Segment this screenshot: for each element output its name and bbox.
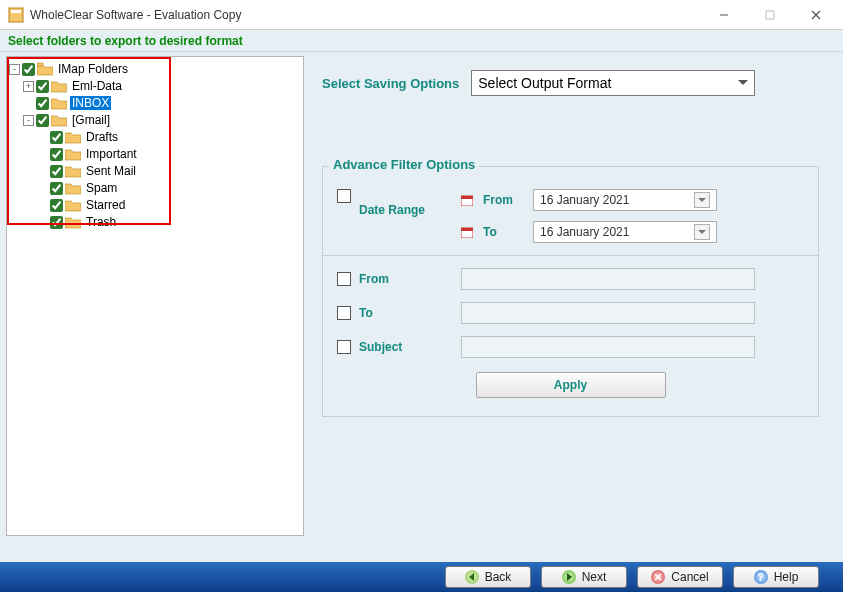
calendar-icon bbox=[461, 226, 473, 238]
from-input[interactable] bbox=[461, 268, 755, 290]
minimize-button[interactable] bbox=[701, 0, 747, 30]
date-range-label: Date Range bbox=[359, 189, 451, 217]
node-checkbox[interactable] bbox=[50, 165, 63, 178]
subheader: Select folders to export to desired form… bbox=[0, 30, 843, 52]
folder-icon bbox=[65, 181, 81, 195]
folder-tree[interactable]: - IMap Folders + Eml-Data INBOX - bbox=[7, 57, 303, 235]
tree-spacer bbox=[37, 200, 48, 211]
svg-rect-1 bbox=[11, 10, 21, 13]
tree-label: Trash bbox=[84, 215, 118, 229]
tree-node[interactable]: INBOX bbox=[9, 95, 301, 111]
tree-spacer bbox=[37, 183, 48, 194]
cancel-icon bbox=[651, 570, 665, 584]
tree-label: Eml-Data bbox=[70, 79, 124, 93]
node-checkbox[interactable] bbox=[50, 199, 63, 212]
folder-icon bbox=[65, 130, 81, 144]
folder-icon bbox=[65, 147, 81, 161]
divider bbox=[323, 255, 818, 256]
back-icon bbox=[465, 570, 479, 584]
tree-spacer bbox=[23, 98, 34, 109]
node-checkbox[interactable] bbox=[36, 80, 49, 93]
tree-label: Sent Mail bbox=[84, 164, 138, 178]
from-date-row: From 16 January 2021 bbox=[461, 189, 717, 211]
apply-button[interactable]: Apply bbox=[476, 372, 666, 398]
date-range-column: From 16 January 2021 To 16 January 2021 bbox=[461, 189, 717, 243]
folder-icon bbox=[51, 96, 67, 110]
tree-node[interactable]: Important bbox=[9, 146, 301, 162]
cancel-button[interactable]: Cancel bbox=[637, 566, 723, 588]
wizard-bottom-bar: Back Next Cancel ? Help bbox=[0, 562, 843, 592]
output-format-combo[interactable]: Select Output Format bbox=[471, 70, 755, 96]
subject-label: Subject bbox=[359, 340, 451, 354]
tree-node[interactable]: Spam bbox=[9, 180, 301, 196]
tree-label: Starred bbox=[84, 198, 127, 212]
from-date-label: From bbox=[483, 193, 523, 207]
combo-value: Select Output Format bbox=[478, 75, 611, 91]
back-button[interactable]: Back bbox=[445, 566, 531, 588]
tree-node[interactable]: Drafts bbox=[9, 129, 301, 145]
folder-icon bbox=[65, 215, 81, 229]
node-checkbox[interactable] bbox=[50, 182, 63, 195]
root-checkbox[interactable] bbox=[22, 63, 35, 76]
cancel-label: Cancel bbox=[671, 570, 708, 584]
node-checkbox[interactable] bbox=[50, 216, 63, 229]
tree-node[interactable]: Starred bbox=[9, 197, 301, 213]
tree-node[interactable]: - [Gmail] bbox=[9, 112, 301, 128]
tree-label-selected: INBOX bbox=[70, 96, 111, 110]
node-checkbox[interactable] bbox=[36, 114, 49, 127]
svg-rect-10 bbox=[461, 228, 473, 231]
help-icon: ? bbox=[754, 570, 768, 584]
subject-input[interactable] bbox=[461, 336, 755, 358]
advance-filter-group: Advance Filter Options Date Range From 1… bbox=[322, 166, 819, 417]
group-title: Advance Filter Options bbox=[329, 157, 479, 172]
saving-row: Select Saving Options Select Output Form… bbox=[322, 70, 819, 96]
maximize-button[interactable] bbox=[747, 0, 793, 30]
to-date-label: To bbox=[483, 225, 523, 239]
svg-rect-6 bbox=[37, 63, 43, 66]
svg-rect-8 bbox=[461, 196, 473, 199]
close-button[interactable] bbox=[793, 0, 839, 30]
folder-icon bbox=[65, 164, 81, 178]
to-date-picker[interactable]: 16 January 2021 bbox=[533, 221, 717, 243]
tree-node[interactable]: Trash bbox=[9, 214, 301, 230]
node-checkbox[interactable] bbox=[36, 97, 49, 110]
folder-icon bbox=[65, 198, 81, 212]
chevron-down-icon bbox=[738, 80, 748, 86]
main-area: - IMap Folders + Eml-Data INBOX - bbox=[0, 52, 843, 562]
window-title: WholeClear Software - Evaluation Copy bbox=[30, 8, 701, 22]
help-button[interactable]: ? Help bbox=[733, 566, 819, 588]
tree-node[interactable]: Sent Mail bbox=[9, 163, 301, 179]
saving-options-label: Select Saving Options bbox=[322, 76, 459, 91]
tree-spacer bbox=[37, 166, 48, 177]
svg-rect-3 bbox=[766, 11, 774, 19]
node-checkbox[interactable] bbox=[50, 148, 63, 161]
tree-label: Spam bbox=[84, 181, 119, 195]
folder-icon bbox=[37, 62, 53, 76]
tree-spacer bbox=[37, 149, 48, 160]
titlebar: WholeClear Software - Evaluation Copy bbox=[0, 0, 843, 30]
to-input[interactable] bbox=[461, 302, 755, 324]
expand-icon[interactable]: + bbox=[23, 81, 34, 92]
to-checkbox[interactable] bbox=[337, 306, 351, 320]
tree-label: [Gmail] bbox=[70, 113, 112, 127]
from-date-picker[interactable]: 16 January 2021 bbox=[533, 189, 717, 211]
app-icon bbox=[8, 7, 24, 23]
collapse-icon[interactable]: - bbox=[9, 64, 20, 75]
to-filter-row: To bbox=[337, 302, 804, 324]
next-button[interactable]: Next bbox=[541, 566, 627, 588]
help-label: Help bbox=[774, 570, 799, 584]
tree-node-root[interactable]: - IMap Folders bbox=[9, 61, 301, 77]
date-range-checkbox[interactable] bbox=[337, 189, 351, 203]
to-label: To bbox=[359, 306, 451, 320]
calendar-icon bbox=[461, 194, 473, 206]
dropdown-button-icon[interactable] bbox=[694, 192, 710, 208]
from-checkbox[interactable] bbox=[337, 272, 351, 286]
folder-icon bbox=[51, 113, 67, 127]
folder-tree-panel: - IMap Folders + Eml-Data INBOX - bbox=[6, 56, 304, 536]
node-checkbox[interactable] bbox=[50, 131, 63, 144]
tree-label: Important bbox=[84, 147, 139, 161]
dropdown-button-icon[interactable] bbox=[694, 224, 710, 240]
subject-checkbox[interactable] bbox=[337, 340, 351, 354]
tree-node[interactable]: + Eml-Data bbox=[9, 78, 301, 94]
collapse-icon[interactable]: - bbox=[23, 115, 34, 126]
